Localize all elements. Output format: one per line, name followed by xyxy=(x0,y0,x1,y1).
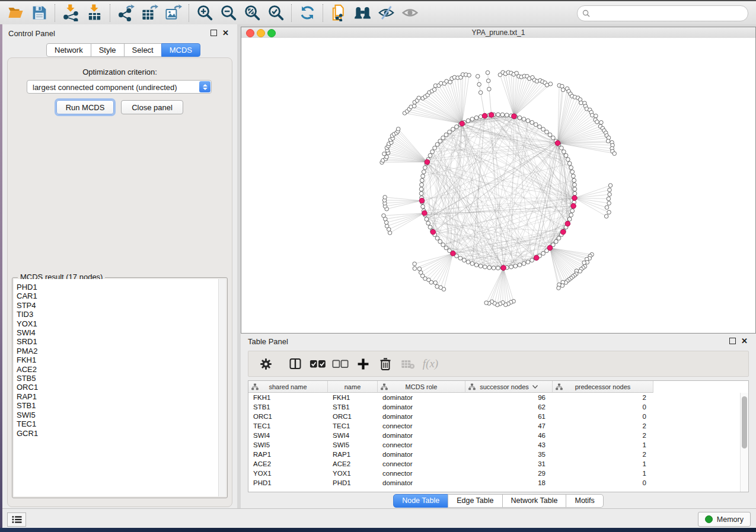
memory-button[interactable]: Memory xyxy=(698,512,751,527)
delete-column-button[interactable] xyxy=(374,355,397,373)
table-cell[interactable]: RAP1 xyxy=(328,450,378,459)
column-header-MCDS-role[interactable]: MCDS role xyxy=(378,381,465,393)
refresh-view-button[interactable] xyxy=(295,3,319,23)
table-scrollbar-track[interactable] xyxy=(740,393,748,492)
table-cell[interactable]: 1 xyxy=(553,440,653,450)
save-session-button[interactable] xyxy=(27,3,51,23)
zoom-in-button[interactable] xyxy=(193,3,216,23)
table-cell[interactable]: 1 xyxy=(553,469,653,478)
tab-network[interactable]: Network xyxy=(46,43,91,57)
table-cell[interactable]: 29 xyxy=(465,469,553,478)
tab-select[interactable]: Select xyxy=(124,43,162,57)
hide-graphics-details-button[interactable] xyxy=(374,3,398,23)
run-mcds-button[interactable]: Run MCDS xyxy=(56,100,114,114)
tab-edge-table[interactable]: Edge Table xyxy=(448,494,502,508)
mcds-result-item[interactable]: RAP1 xyxy=(17,392,218,401)
table-cell[interactable]: 2 xyxy=(553,393,653,402)
table-cell[interactable]: SWI5 xyxy=(248,440,328,450)
table-cell[interactable]: ACE2 xyxy=(328,459,378,469)
table-cell[interactable]: dominator xyxy=(378,450,465,459)
table-cell[interactable]: ORC1 xyxy=(248,412,328,421)
table-row[interactable]: ORC1ORC1dominator610 xyxy=(248,412,653,421)
table-row[interactable]: FKH1FKH1dominator962 xyxy=(248,393,653,402)
minimize-window-light[interactable] xyxy=(257,29,265,37)
table-cell[interactable]: 2 xyxy=(553,431,653,440)
table-cell[interactable]: 1 xyxy=(553,459,653,469)
column-header-successor-nodes[interactable]: successor nodes xyxy=(465,381,553,393)
control-panel-close-button[interactable]: ✕ xyxy=(222,30,229,36)
table-cell[interactable]: connector xyxy=(378,440,465,450)
table-cell[interactable]: STB1 xyxy=(248,402,328,412)
table-cell[interactable]: ORC1 xyxy=(328,412,378,421)
mcds-result-item[interactable]: GCR1 xyxy=(17,429,218,438)
table-panel-close-button[interactable]: ✕ xyxy=(741,338,748,344)
table-cell[interactable]: dominator xyxy=(378,478,465,488)
neighbors-button[interactable] xyxy=(350,3,374,23)
mcds-result-item[interactable]: SWI4 xyxy=(17,328,218,337)
table-cell[interactable]: connector xyxy=(378,459,465,469)
mcds-result-item[interactable]: CAR1 xyxy=(17,291,218,300)
table-cell[interactable]: PHD1 xyxy=(328,478,378,488)
table-cell[interactable]: RAP1 xyxy=(248,450,328,459)
table-row[interactable]: ACE2ACE2connector311 xyxy=(248,459,653,469)
table-cell[interactable]: 62 xyxy=(465,402,553,412)
mcds-result-item[interactable]: TID3 xyxy=(17,310,218,319)
open-session-button[interactable] xyxy=(4,3,27,23)
table-cell[interactable]: 43 xyxy=(465,440,553,450)
export-network-button[interactable] xyxy=(114,3,138,23)
zoom-out-button[interactable] xyxy=(216,3,240,23)
table-cell[interactable]: 2 xyxy=(553,421,653,431)
table-settings-button[interactable] xyxy=(254,355,277,373)
table-cell[interactable]: ACE2 xyxy=(248,459,328,469)
tab-node-table[interactable]: Node Table xyxy=(393,494,448,508)
import-table-button[interactable] xyxy=(82,3,106,23)
table-cell[interactable]: 2 xyxy=(553,450,653,459)
close-window-light[interactable] xyxy=(246,29,254,37)
table-cell[interactable]: SWI4 xyxy=(248,431,328,440)
tab-network-table[interactable]: Network Table xyxy=(502,494,567,508)
table-cell[interactable]: 35 xyxy=(465,450,553,459)
table-cell[interactable]: 0 xyxy=(553,478,653,488)
table-row[interactable]: RAP1RAP1dominator352 xyxy=(248,450,653,459)
table-cell[interactable]: TEC1 xyxy=(248,421,328,431)
table-cell[interactable]: 96 xyxy=(465,393,553,402)
table-cell[interactable]: FKH1 xyxy=(248,393,328,402)
table-cell[interactable]: YOX1 xyxy=(328,469,378,478)
column-header-predecessor-nodes[interactable]: predecessor nodes xyxy=(553,381,653,393)
table-cell[interactable]: 46 xyxy=(465,431,553,440)
table-cell[interactable]: 47 xyxy=(465,421,553,431)
mcds-result-item[interactable]: STB1 xyxy=(17,401,218,410)
task-history-button[interactable] xyxy=(7,512,26,527)
export-image-button[interactable] xyxy=(161,3,185,23)
table-cell[interactable]: dominator xyxy=(378,431,465,440)
split-panel-button[interactable] xyxy=(284,355,307,373)
mcds-result-item[interactable]: YOX1 xyxy=(17,319,218,328)
deselect-all-button[interactable] xyxy=(329,355,352,373)
table-cell[interactable]: FKH1 xyxy=(328,393,378,402)
mcds-result-item[interactable]: ORC1 xyxy=(17,383,218,392)
table-cell[interactable]: SWI5 xyxy=(328,440,378,450)
table-cell[interactable]: dominator xyxy=(378,393,465,402)
zoom-fit-button[interactable] xyxy=(240,3,264,23)
mcds-result-item[interactable]: ACE2 xyxy=(17,365,218,374)
table-row[interactable]: STB1STB1dominator620 xyxy=(248,402,653,412)
close-panel-button[interactable]: Close panel xyxy=(121,100,183,114)
maximize-window-light[interactable] xyxy=(267,29,276,37)
network-canvas[interactable] xyxy=(241,38,755,333)
table-cell[interactable]: 0 xyxy=(553,412,653,421)
table-panel-float-button[interactable] xyxy=(729,338,736,344)
table-cell[interactable]: connector xyxy=(378,421,465,431)
table-row[interactable]: YOX1YOX1connector291 xyxy=(248,469,653,478)
table-cell[interactable]: YOX1 xyxy=(248,469,328,478)
clone-network-button[interactable] xyxy=(327,3,350,23)
tab-style[interactable]: Style xyxy=(91,43,125,57)
mcds-result-item[interactable]: PHD1 xyxy=(17,283,218,291)
column-header-shared-name[interactable]: shared name xyxy=(248,381,328,393)
table-cell[interactable]: STB1 xyxy=(328,402,378,412)
zoom-selected-button[interactable] xyxy=(264,3,288,23)
mcds-result-item[interactable]: PMA2 xyxy=(17,347,218,355)
select-all-button[interactable] xyxy=(307,355,329,373)
import-network-button[interactable] xyxy=(59,3,82,23)
table-cell[interactable]: dominator xyxy=(378,412,465,421)
mcds-result-item[interactable]: SRD1 xyxy=(17,337,218,346)
